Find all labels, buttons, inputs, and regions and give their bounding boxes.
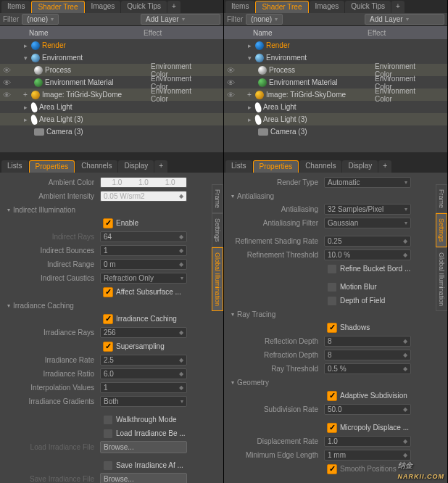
indirect-caustics-dropdown[interactable]: Refraction Only▾ [100, 273, 187, 284]
tab-display[interactable]: Display [118, 160, 154, 173]
refraction-depth-field[interactable]: 8◆ [324, 350, 411, 360]
expand-icon[interactable]: ▸ [246, 116, 253, 123]
load-irradiance-checkbox[interactable]: ✓ [103, 429, 113, 439]
tab-display[interactable]: Display [342, 160, 378, 173]
tab-add[interactable]: + [391, 1, 405, 13]
tab-channels[interactable]: Channels [299, 160, 341, 173]
depth-of-field-checkbox[interactable]: ✓ [327, 296, 337, 306]
tab-quick-tips[interactable]: Quick Tips [121, 1, 167, 13]
affect-sss-checkbox[interactable]: ✓ [103, 287, 113, 297]
visibility-icon[interactable]: 👁 [1, 66, 12, 75]
section-antialiasing[interactable]: Antialiasing [227, 189, 433, 202]
tab-add[interactable]: + [378, 160, 391, 173]
save-browse-button[interactable]: Browse... [100, 473, 187, 483]
side-tab-settings[interactable]: Settings [212, 213, 223, 247]
tab-properties[interactable]: Properties [29, 160, 75, 173]
expand-icon[interactable]: ▸ [22, 116, 29, 123]
node-env-material[interactable]: Environment Material [45, 78, 113, 86]
tab-images[interactable]: Images [86, 1, 121, 13]
shadows-checkbox[interactable]: ✓ [327, 323, 337, 333]
irradiance-rate-field[interactable]: 2.5◆ [100, 355, 187, 366]
tab-items[interactable]: Items [225, 1, 254, 13]
side-tab-settings[interactable]: Settings [436, 213, 447, 247]
node-process[interactable]: Process [269, 66, 295, 74]
add-layer-dropdown[interactable]: Add Layer [141, 14, 220, 25]
node-process[interactable]: Process [45, 66, 71, 74]
enable-checkbox[interactable]: ✓ [103, 218, 113, 228]
node-render[interactable]: Render [266, 41, 290, 49]
irradiance-rays-field[interactable]: 256◆ [100, 327, 187, 338]
tab-add[interactable]: + [167, 1, 181, 13]
section-ray-tracing[interactable]: Ray Tracing [227, 307, 433, 321]
add-layer-dropdown[interactable]: Add Layer [365, 14, 444, 25]
smooth-positions-checkbox[interactable]: ✓ [327, 464, 337, 474]
save-irradiance-checkbox[interactable]: ✓ [103, 461, 113, 471]
node-camera[interactable]: Camera (3) [270, 128, 307, 136]
node-environment[interactable]: Environment [266, 54, 307, 62]
irradiance-ratio-field[interactable]: 6.0◆ [100, 368, 187, 379]
supersampling-checkbox[interactable]: ✓ [103, 342, 113, 352]
walkthrough-checkbox[interactable]: ✓ [103, 415, 113, 425]
section-indirect-illumination[interactable]: Indirect Illumination [3, 203, 209, 216]
refinement-threshold-field[interactable]: 10.0 %◆ [324, 249, 411, 260]
visibility-icon[interactable]: 👁 [1, 91, 12, 99]
adaptive-subdivision-checkbox[interactable]: ✓ [327, 391, 337, 401]
node-area-light-3[interactable]: Area Light (3) [263, 115, 307, 123]
node-camera[interactable]: Camera (3) [46, 128, 83, 136]
node-area-light[interactable]: Area Light [39, 103, 72, 111]
render-type-dropdown[interactable]: Automatic▾ [324, 177, 411, 188]
tab-lists[interactable]: Lists [1, 160, 28, 173]
expand-icon[interactable]: ▸ [246, 42, 253, 49]
displacement-rate-field[interactable]: 1.0◆ [324, 436, 411, 447]
visibility-icon[interactable]: 👁 [225, 66, 236, 75]
irradiance-caching-checkbox[interactable]: ✓ [103, 314, 113, 324]
expand-icon[interactable]: ▸ [22, 104, 29, 111]
node-environment[interactable]: Environment [42, 54, 83, 62]
indirect-bounces-field[interactable]: 1◆ [100, 245, 187, 256]
node-image[interactable]: Image: TriGrid-SkyDome [42, 91, 122, 99]
section-irradiance-caching[interactable]: Irradiance Caching [3, 299, 209, 312]
section-geometry[interactable]: Geometry [227, 376, 433, 389]
side-tab-frame[interactable]: Frame [436, 184, 447, 213]
tab-images[interactable]: Images [310, 1, 345, 13]
micropoly-checkbox[interactable]: ✓ [327, 423, 337, 433]
irradiance-gradients-dropdown[interactable]: Both▾ [100, 396, 187, 407]
tab-items[interactable]: Items [1, 1, 30, 13]
antialiasing-dropdown[interactable]: 32 Samples/Pixel▾ [324, 204, 411, 215]
tab-lists[interactable]: Lists [225, 160, 252, 173]
ambient-color-field[interactable]: 1.01.01.0 [100, 177, 187, 188]
filter-dropdown[interactable]: (none) [22, 14, 59, 25]
side-tab-frame[interactable]: Frame [212, 184, 223, 213]
node-image[interactable]: Image: TriGrid-SkyDome [266, 91, 346, 99]
expand-icon[interactable]: ▸ [246, 104, 253, 111]
node-area-light-3[interactable]: Area Light (3) [39, 115, 83, 123]
side-tab-global-illumination[interactable]: Global Illumination [436, 247, 447, 311]
reflection-depth-field[interactable]: 8◆ [324, 336, 411, 347]
tab-shader-tree[interactable]: Shader Tree [31, 1, 84, 13]
ray-threshold-field[interactable]: 0.5 %◆ [324, 363, 411, 374]
tab-shader-tree[interactable]: Shader Tree [255, 1, 308, 13]
node-area-light[interactable]: Area Light [263, 103, 296, 111]
antialiasing-filter-dropdown[interactable]: Gaussian▾ [324, 218, 411, 228]
collapse-icon[interactable]: ▾ [22, 54, 29, 62]
visibility-icon[interactable]: 👁 [225, 91, 236, 99]
ambient-intensity-field[interactable]: 0.05 W/srm2◆ [100, 191, 187, 202]
tab-quick-tips[interactable]: Quick Tips [345, 1, 391, 13]
visibility-icon[interactable]: 👁 [225, 78, 236, 87]
node-render[interactable]: Render [42, 41, 66, 49]
indirect-range-field[interactable]: 0 m◆ [100, 259, 187, 270]
refinement-rate-field[interactable]: 0.25◆ [324, 236, 411, 247]
node-env-material[interactable]: Environment Material [269, 78, 337, 86]
interpolation-values-field[interactable]: 1◆ [100, 382, 187, 393]
side-tab-global-illumination[interactable]: Global Illumination [212, 247, 223, 311]
subdivision-rate-field[interactable]: 50.0◆ [324, 404, 411, 415]
expand-icon[interactable]: ▸ [22, 42, 29, 49]
tab-add[interactable]: + [154, 160, 167, 173]
tab-properties[interactable]: Properties [253, 160, 299, 173]
refine-bucket-checkbox[interactable]: ✓ [327, 264, 337, 274]
tab-channels[interactable]: Channels [75, 160, 117, 173]
motion-blur-checkbox[interactable]: ✓ [327, 282, 337, 292]
collapse-icon[interactable]: ▾ [246, 54, 253, 62]
load-browse-button[interactable]: Browse... [100, 441, 187, 453]
filter-dropdown[interactable]: (none) [246, 14, 283, 25]
